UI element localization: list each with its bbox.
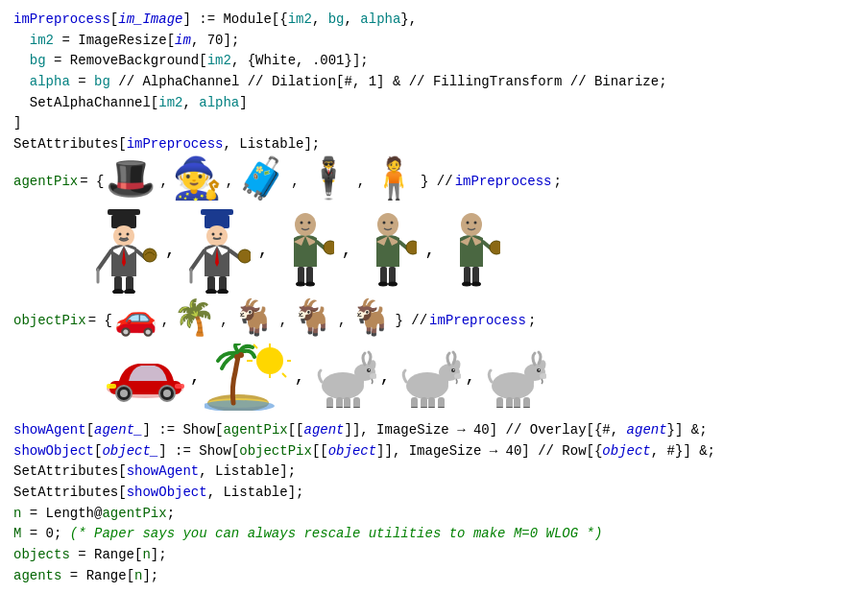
fig-comma4: , — [424, 241, 435, 260]
svg-rect-113 — [523, 397, 530, 408]
svg-point-77 — [368, 369, 369, 370]
objectPix-label: objectPix — [13, 313, 86, 328]
svg-line-9 — [98, 250, 111, 270]
imPreprocess-ref1: imPreprocess — [455, 174, 552, 189]
svg-point-20 — [205, 289, 217, 294]
object-img-1: 🚗 — [114, 303, 157, 338]
obj-fig-comma1: , — [190, 367, 201, 387]
svg-point-106 — [537, 368, 541, 372]
agent-figure-2 — [183, 207, 251, 294]
svg-rect-98 — [438, 397, 445, 408]
svg-point-3 — [119, 232, 122, 235]
object-img-3: 🐐 — [232, 303, 276, 338]
fig-comma3: , — [342, 241, 352, 260]
svg-point-15 — [206, 225, 228, 247]
obj-fig-comma2: , — [295, 367, 305, 387]
svg-rect-47 — [464, 267, 470, 284]
svg-point-17 — [219, 232, 222, 235]
svg-point-4 — [127, 232, 130, 235]
agent-figures: , , — [90, 207, 855, 294]
svg-rect-84 — [326, 407, 333, 408]
object-pix-row: objectPix = { 🚗 , 🌴 , 🐐 , 🐐 , 🐐 } // imP… — [13, 303, 855, 338]
svg-rect-30 — [306, 267, 313, 284]
obj-comma2: , — [220, 313, 228, 328]
agent-figure-3 — [277, 207, 334, 294]
svg-rect-95 — [411, 397, 418, 408]
svg-rect-83 — [353, 397, 360, 408]
svg-point-2 — [113, 225, 134, 247]
svg-point-37 — [391, 221, 394, 224]
agentPix-label: agentPix — [13, 174, 78, 189]
svg-rect-111 — [506, 397, 513, 408]
showObject-fn: showObject — [13, 443, 94, 459]
svg-point-25 — [238, 249, 251, 263]
agent-figure-5 — [443, 207, 500, 294]
obj-fig-comma4: , — [465, 367, 475, 387]
var-im: im_Image — [118, 12, 182, 27]
var-alpha-3: alpha — [199, 95, 239, 110]
equals-brace2: = { — [88, 313, 112, 328]
svg-point-45 — [467, 221, 470, 224]
obj-comma3: , — [279, 313, 287, 328]
svg-rect-99 — [411, 407, 418, 408]
agent-param: agent_ — [94, 422, 142, 438]
object-car — [105, 352, 186, 402]
svg-point-16 — [211, 232, 214, 235]
svg-rect-60 — [175, 384, 184, 389]
comma1: , — [159, 174, 167, 189]
code-container: imPreprocess[im_Image] := Module[{im2, b… — [13, 10, 855, 586]
obj-fig-comma3: , — [380, 367, 391, 387]
svg-rect-114 — [496, 407, 503, 408]
comma4: , — [357, 174, 365, 189]
svg-point-46 — [474, 221, 477, 224]
svg-rect-86 — [344, 407, 350, 408]
agent-img-4: 🕴️ — [303, 161, 353, 201]
svg-rect-115 — [506, 407, 513, 408]
agent-img-1: 🎩 — [106, 161, 156, 201]
showObject-ref: showObject — [127, 485, 207, 500]
object-goat-1 — [309, 345, 376, 408]
svg-rect-29 — [298, 267, 304, 284]
agent-figure-4 — [359, 207, 417, 294]
svg-point-28 — [307, 221, 310, 224]
svg-line-67 — [282, 373, 286, 377]
svg-rect-100 — [421, 407, 427, 408]
svg-point-76 — [367, 368, 371, 372]
agent-ref1: agent — [304, 422, 345, 438]
object-island — [205, 344, 291, 411]
svg-point-7 — [112, 289, 124, 294]
svg-point-58 — [163, 390, 171, 397]
svg-rect-97 — [428, 397, 435, 408]
svg-point-8 — [124, 289, 135, 294]
svg-point-21 — [217, 289, 229, 294]
var-alpha-2: alpha — [30, 74, 70, 89]
objects-var: objects — [13, 547, 70, 562]
svg-point-41 — [388, 281, 398, 286]
svg-point-61 — [256, 347, 283, 374]
object-img-5: 🐐 — [350, 303, 393, 338]
semicolon1: ; — [554, 174, 562, 189]
var-im2-3: im2 — [207, 53, 231, 68]
agent-pix-row: agentPix = { 🎩 , 🧙 , 🧳 , 🕴️ , 🧍 } // imP… — [13, 161, 855, 201]
close-brace2: } // — [395, 313, 427, 328]
svg-point-26 — [295, 213, 316, 236]
svg-point-44 — [461, 213, 482, 236]
svg-rect-13 — [201, 209, 233, 215]
svg-line-22 — [191, 250, 205, 270]
agent-img-5: 🧍 — [369, 161, 419, 201]
svg-point-56 — [120, 390, 128, 397]
semicolon2: ; — [528, 313, 536, 328]
svg-rect-82 — [344, 397, 350, 408]
svg-point-72 — [238, 352, 244, 358]
agent-img-2: 🧙 — [172, 161, 222, 201]
svg-rect-48 — [472, 267, 479, 284]
var-im-ref: im — [175, 33, 191, 48]
svg-point-50 — [471, 281, 481, 286]
object-ref1: object — [328, 443, 376, 459]
var-bg-2: bg — [30, 53, 46, 68]
object-ref2: object — [602, 443, 650, 459]
svg-rect-79 — [354, 374, 364, 386]
svg-rect-117 — [523, 407, 530, 408]
svg-rect-96 — [421, 397, 427, 408]
svg-rect-80 — [326, 397, 333, 408]
